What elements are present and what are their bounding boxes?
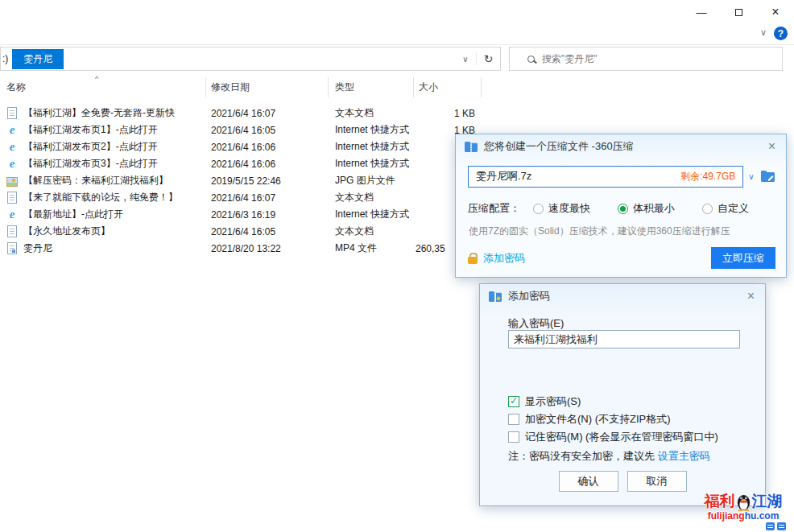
- search-box[interactable]: 搜索"雯丹尼": [509, 47, 783, 71]
- column-header-name[interactable]: 名称 ^: [0, 77, 206, 97]
- file-row[interactable]: 【永久地址发布页】 2021/6/4 16:05 文本文档: [0, 223, 501, 240]
- file-type: JPG 图片文件: [329, 174, 414, 188]
- text-file-icon: [7, 225, 17, 237]
- file-name: 【福利江湖发布页3】-点此打开: [23, 157, 158, 171]
- ribbon-expand-icon[interactable]: ∨: [760, 27, 767, 38]
- compress-option[interactable]: 体积最小: [618, 201, 675, 216]
- file-row[interactable]: 【最新地址】-点此打开 2021/6/3 16:19 Internet 快捷方式: [0, 206, 501, 223]
- file-name-cell: 【最新地址】-点此打开: [0, 208, 206, 221]
- password-dialog-title: 添加密码: [508, 289, 550, 303]
- compress-now-button[interactable]: 立即压缩: [711, 247, 775, 269]
- file-row[interactable]: 【解压密码：来福利江湖找福利】 2019/5/15 22:46 JPG 图片文件: [0, 172, 501, 189]
- checkbox-label: 记住密码(M) (将会显示在管理密码窗口中): [525, 430, 718, 444]
- file-row[interactable]: 【福利江湖】全免费-无套路-更新快 2021/6/4 16:07 文本文档 1 …: [0, 105, 501, 122]
- file-row[interactable]: 【福利江湖发布页1】-点此打开 2021/6/4 16:05 Internet …: [0, 122, 501, 138]
- mp4-video-icon: [7, 242, 17, 254]
- file-date: 2021/6/4 16:06: [206, 142, 329, 153]
- file-date: 2021/6/3 16:19: [206, 209, 329, 221]
- file-size: 1 KB: [414, 108, 482, 119]
- radio-icon: [702, 204, 713, 214]
- archive-filename: 雯丹尼啊.7z: [476, 169, 531, 184]
- lock-icon: [468, 257, 478, 264]
- file-type: Internet 快捷方式: [329, 157, 414, 171]
- close-icon: ×: [771, 5, 779, 19]
- file-date: 2021/8/20 13:22: [206, 243, 329, 254]
- column-header-size[interactable]: 大小: [414, 77, 482, 97]
- radio-icon: [618, 204, 628, 214]
- file-type: Internet 快捷方式: [329, 123, 414, 137]
- file-row[interactable]: 【来了就能下载的论坛，纯免费！】 2021/6/4 16:07 文本文档: [0, 189, 501, 206]
- filename-dropdown-icon[interactable]: ∨: [743, 172, 759, 181]
- archive-icon: [465, 142, 478, 152]
- set-master-password-link[interactable]: 设置主密码: [658, 450, 710, 462]
- minimize-button[interactable]: —: [683, 0, 720, 24]
- password-dialog-titlebar: 添加密码 ×: [480, 284, 765, 308]
- contact-badge-icon: [766, 522, 775, 530]
- password-input[interactable]: 来福利江湖找福利: [508, 330, 740, 348]
- file-name: 【解压密码：来福利江湖找福利】: [23, 174, 168, 188]
- file-date: 2021/6/4 16:05: [206, 125, 329, 136]
- compress-option[interactable]: 速度最快: [533, 201, 590, 216]
- file-date: 2021/6/4 16:05: [206, 226, 329, 237]
- compress-hint-text: 使用7Z的固实（Solid）压缩技术，建议使用360压缩进行解压: [469, 225, 730, 238]
- file-name: 【来了就能下载的论坛，纯免费！】: [23, 191, 178, 204]
- add-password-link[interactable]: 添加密码: [468, 251, 525, 266]
- internet-shortcut-icon: [6, 141, 18, 154]
- text-file-icon: [7, 107, 17, 119]
- ribbon-bar: ∨ ?: [0, 24, 794, 45]
- file-row[interactable]: 【福利江湖发布页2】-点此打开 2021/6/4 16:06 Internet …: [0, 138, 501, 155]
- file-type: Internet 快捷方式: [329, 140, 414, 154]
- archive-filename-input[interactable]: 雯丹尼啊.7z 剩余:49.7GB: [468, 166, 743, 188]
- file-name-cell: 【福利江湖发布页2】-点此打开: [0, 140, 206, 154]
- search-placeholder: 搜索"雯丹尼": [542, 52, 598, 66]
- password-option[interactable]: 加密文件名(N) (不支持ZIP格式): [508, 410, 718, 428]
- file-type: Internet 快捷方式: [329, 208, 414, 221]
- file-row[interactable]: 雯丹尼 2021/8/20 13:22 MP4 文件 260,35: [0, 240, 501, 257]
- jpg-image-icon: [6, 177, 18, 187]
- file-name-cell: 【福利江湖发布页1】-点此打开: [0, 123, 206, 137]
- file-name: 【最新地址】-点此打开: [23, 208, 123, 221]
- password-option[interactable]: 显示密码(S): [508, 393, 718, 410]
- file-name: 雯丹尼: [23, 241, 52, 255]
- refresh-icon[interactable]: ↻: [476, 52, 500, 65]
- browse-folder-button[interactable]: [759, 171, 776, 182]
- file-name-cell: 【来了就能下载的论坛，纯免费！】: [0, 191, 206, 204]
- file-name: 【福利江湖发布页2】-点此打开: [23, 140, 158, 154]
- compress-options: 速度最快 体积最小 自定义: [533, 201, 776, 216]
- file-name: 【永久地址发布页】: [23, 225, 110, 238]
- compress-config-label: 压缩配置：: [468, 201, 520, 216]
- cancel-button[interactable]: 取消: [627, 471, 687, 492]
- file-type: MP4 文件: [329, 241, 414, 255]
- internet-shortcut-icon: [6, 158, 18, 171]
- window-controls: — ×: [683, 0, 794, 24]
- password-dialog-close-icon[interactable]: ×: [746, 290, 756, 303]
- maximize-button[interactable]: [720, 0, 757, 24]
- column-headers: 名称 ^ 修改日期 类型 大小: [0, 77, 501, 97]
- address-dropdown-icon[interactable]: ∨: [455, 55, 476, 64]
- folder-edit-icon: [761, 171, 775, 182]
- compress-dialog: 您将创建一个压缩文件 -360压缩 × 雯丹尼啊.7z 剩余:49.7GB ∨ …: [455, 134, 787, 278]
- checkbox-icon: [508, 396, 519, 407]
- column-header-date[interactable]: 修改日期: [206, 77, 329, 97]
- breadcrumb-drive[interactable]: :): [1, 53, 8, 64]
- radio-icon: [533, 204, 544, 214]
- site-watermark: 福利 江湖 fulijianghu.com: [696, 491, 791, 530]
- compress-option[interactable]: 自定义: [702, 201, 749, 216]
- radio-label: 自定义: [717, 201, 749, 216]
- compress-config-row: 压缩配置： 速度最快 体积最小 自定义: [468, 201, 776, 216]
- compress-dialog-close-icon[interactable]: ×: [767, 140, 777, 153]
- password-option[interactable]: 记住密码(M) (将会显示在管理密码窗口中): [508, 428, 718, 446]
- close-button[interactable]: ×: [757, 0, 794, 24]
- penguin-mascot-icon: [736, 493, 751, 511]
- help-icon[interactable]: ?: [774, 27, 788, 40]
- file-type: 文本文档: [329, 191, 414, 204]
- password-dialog: 添加密码 × 输入密码(E) 来福利江湖找福利 显示密码(S) 加密文件名(N)…: [479, 283, 766, 506]
- address-bar[interactable]: :) 雯丹尼 ∨ ↻: [0, 47, 501, 71]
- radio-label: 体积最小: [633, 201, 675, 216]
- breadcrumb-folder[interactable]: 雯丹尼: [12, 49, 64, 69]
- password-note: 注：密码没有安全加密，建议先 设置主密码: [508, 449, 710, 464]
- column-header-type[interactable]: 类型: [329, 77, 414, 97]
- watermark-url: fulijianghu.com: [696, 510, 791, 522]
- file-row[interactable]: 【福利江湖发布页3】-点此打开 2021/6/4 16:06 Internet …: [0, 155, 501, 172]
- confirm-button[interactable]: 确认: [559, 471, 618, 492]
